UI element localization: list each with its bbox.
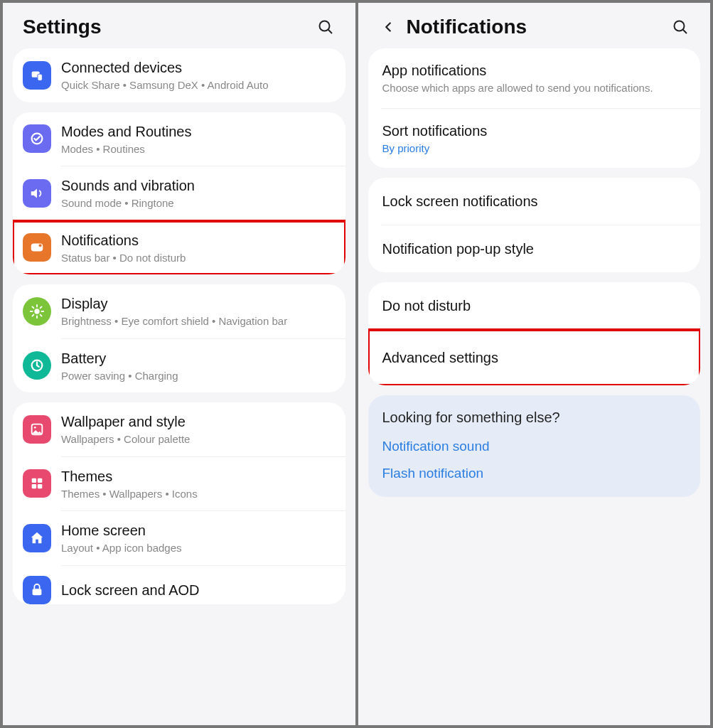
row-sub: Brightness • Eye comfort shield • Naviga… [61,314,333,328]
row-title: Do not disturb [382,296,471,315]
notifications-card: Do not disturb Advanced settings [368,282,701,385]
row-title: Sounds and vibration [61,176,333,195]
item-lock-screen-notifications[interactable]: Lock screen notifications [368,178,701,225]
row-text: Display Brightness • Eye comfort shield … [61,294,333,328]
chevron-left-icon [380,19,396,35]
notifications-icon [23,233,51,262]
settings-item-themes[interactable]: Themes Themes • Wallpapers • Icons [13,457,345,511]
link-flash-notification[interactable]: Flash notification [382,466,687,481]
settings-item-battery[interactable]: Battery Power saving • Charging [13,339,345,393]
settings-card: Modes and Routines Modes • Routines Soun… [13,112,345,275]
settings-item-modes-routines[interactable]: Modes and Routines Modes • Routines [13,112,345,166]
row-text: Wallpaper and style Wallpapers • Colour … [61,412,333,446]
row-title: Themes [61,467,333,486]
row-title: Sort notifications [382,122,687,140]
settings-item-sounds-vibration[interactable]: Sounds and vibration Sound mode • Ringto… [13,166,345,220]
svg-rect-20 [38,478,42,483]
row-text: App notifications Choose which apps are … [382,61,687,95]
item-notification-popup-style[interactable]: Notification pop-up style [368,225,701,272]
row-title: Battery [61,349,333,368]
settings-item-wallpaper-style[interactable]: Wallpaper and style Wallpapers • Colour … [13,402,345,456]
back-button[interactable] [378,17,398,37]
svg-line-13 [41,314,42,316]
row-title: Lock screen and AOD [61,581,333,599]
search-icon [672,18,689,36]
suggestion-card: Looking for something else? Notification… [368,395,701,497]
svg-line-12 [32,306,33,308]
settings-item-lock-screen-aod[interactable]: Lock screen and AOD [13,566,345,604]
item-do-not-disturb[interactable]: Do not disturb [368,282,701,329]
svg-rect-22 [38,484,42,488]
page-title: Settings [23,16,316,38]
row-text: Notifications Status bar • Do not distur… [61,231,333,265]
row-title: Notification pop-up style [382,240,534,258]
row-text: Themes Themes • Wallpapers • Icons [61,467,333,501]
row-title: Wallpaper and style [61,412,333,431]
settings-card: Display Brightness • Eye comfort shield … [13,284,345,392]
home-icon [23,524,51,552]
routines-icon [23,124,51,153]
display-icon [23,297,51,326]
settings-header: Settings [3,3,355,48]
svg-line-25 [683,30,687,33]
svg-point-7 [34,309,39,314]
svg-point-24 [675,21,685,31]
row-title: App notifications [382,61,687,80]
sound-icon [23,179,51,208]
devices-icon [23,61,51,90]
row-text: Modes and Routines Modes • Routines [61,122,333,156]
lock-icon [23,576,51,604]
search-icon [317,18,334,36]
row-title: Modes and Routines [61,122,333,141]
svg-line-15 [41,306,42,308]
battery-icon [23,351,51,380]
notifications-panel: Notifications App notifications Choose w… [358,3,711,725]
svg-point-6 [39,244,42,247]
item-sort-notifications[interactable]: Sort notifications By priority [368,109,701,168]
row-text: Lock screen and AOD [61,581,333,599]
row-sub: Layout • App icon badges [61,541,333,555]
svg-line-14 [32,314,33,316]
svg-rect-21 [32,484,36,488]
link-notification-sound[interactable]: Notification sound [382,439,687,454]
row-sub: Modes • Routines [61,142,333,156]
row-text: Sort notifications By priority [382,122,687,156]
row-text: Home screen Layout • App icon badges [61,521,333,555]
search-button[interactable] [670,17,690,37]
row-sub: Sound mode • Ringtone [61,196,333,210]
svg-rect-19 [32,478,36,483]
settings-card: Wallpaper and style Wallpapers • Colour … [13,402,345,604]
row-sub: Status bar • Do not disturb [61,251,333,265]
row-sub: Power saving • Charging [61,369,333,383]
svg-rect-23 [33,589,42,595]
settings-card: Connected devices Quick Share • Samsung … [13,48,345,102]
settings-item-connected-devices[interactable]: Connected devices Quick Share • Samsung … [13,48,345,102]
item-advanced-settings[interactable]: Advanced settings [368,330,701,385]
row-sub: Choose which apps are allowed to send yo… [382,81,687,95]
row-sub: By priority [382,141,687,156]
row-sub: Themes • Wallpapers • Icons [61,487,333,501]
wallpaper-icon [23,415,51,444]
row-title: Advanced settings [382,348,498,367]
notifications-header: Notifications [358,3,711,48]
row-title: Display [61,294,333,313]
settings-item-home-screen[interactable]: Home screen Layout • App icon badges [13,511,345,565]
svg-point-18 [34,427,36,429]
row-text: Sounds and vibration Sound mode • Ringto… [61,176,333,210]
row-title: Lock screen notifications [382,192,538,210]
settings-item-display[interactable]: Display Brightness • Eye comfort shield … [13,284,345,338]
notifications-card: Lock screen notifications Notification p… [368,178,701,272]
row-text: Connected devices Quick Share • Samsung … [61,58,333,92]
svg-point-0 [319,21,329,31]
svg-line-1 [328,30,331,33]
item-app-notifications[interactable]: App notifications Choose which apps are … [368,48,701,108]
row-title: Notifications [61,231,333,250]
row-text: Battery Power saving • Charging [61,349,333,383]
svg-rect-3 [38,74,42,80]
search-button[interactable] [316,17,336,37]
row-sub: Wallpapers • Colour palette [61,432,333,446]
settings-panel: Settings Connected devices Quick Share •… [3,3,355,725]
settings-item-notifications[interactable]: Notifications Status bar • Do not distur… [13,221,345,275]
row-title: Home screen [61,521,333,540]
notifications-card: App notifications Choose which apps are … [368,48,701,168]
